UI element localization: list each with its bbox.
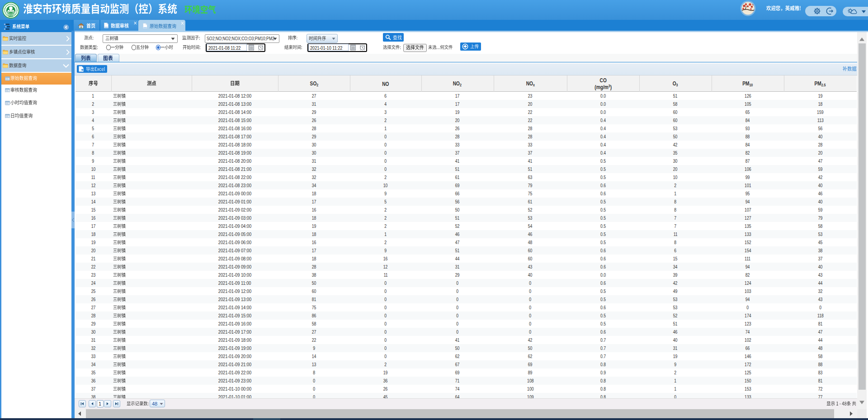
svg-text:MEP: MEP <box>8 15 14 18</box>
